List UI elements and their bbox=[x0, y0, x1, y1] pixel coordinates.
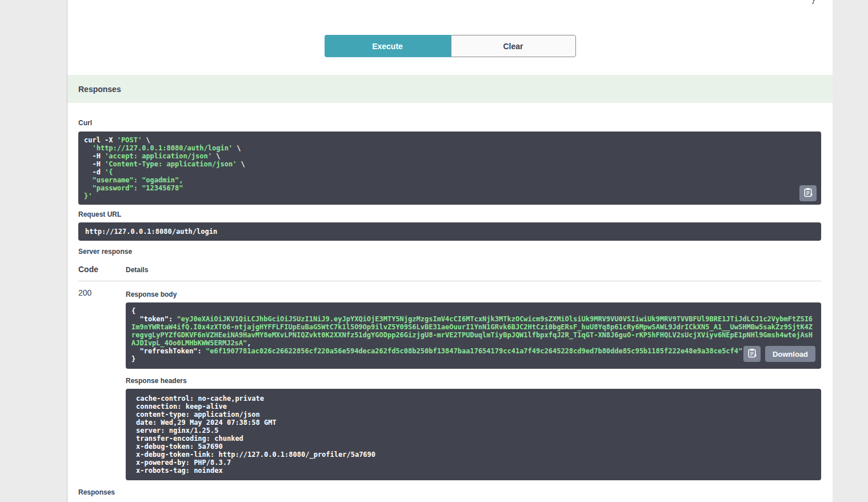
clear-button[interactable]: Clear bbox=[451, 35, 576, 57]
responses-section-title: Responses bbox=[78, 85, 121, 94]
details-column-header: Details bbox=[126, 266, 148, 274]
copy-to-clipboard-button[interactable] bbox=[743, 346, 761, 362]
server-response-row: 200 Response body { "token": "eyJ0eXAiOi… bbox=[78, 281, 821, 480]
response-body-block: { "token": "eyJ0eXAiOiJKV1QiLCJhbGciOiJS… bbox=[126, 302, 821, 369]
curl-label: Curl bbox=[78, 119, 821, 127]
copy-to-clipboard-button[interactable] bbox=[799, 185, 817, 201]
download-button[interactable]: Download bbox=[765, 346, 815, 362]
responses-section-body: Curl curl -X 'POST' \ 'http://127.0.0.1:… bbox=[67, 119, 833, 502]
status-code: 200 bbox=[78, 288, 126, 480]
responses-section-header: Responses bbox=[67, 75, 833, 103]
response-body-actions: Download bbox=[743, 346, 815, 362]
server-response-table: Code Details 200 Response body { "token"… bbox=[78, 265, 821, 480]
curl-command-block: curl -X 'POST' \ 'http://127.0.0.1:8080/… bbox=[78, 132, 821, 205]
server-response-table-header: Code Details bbox=[78, 265, 821, 281]
documented-responses-label: Responses bbox=[78, 488, 821, 496]
response-body-label: Response body bbox=[126, 290, 821, 298]
response-headers-label: Response headers bbox=[126, 377, 821, 385]
curl-actions bbox=[799, 185, 817, 201]
swagger-operation-panel: } Execute Clear Responses Curl curl -X '… bbox=[67, 0, 833, 502]
clipboard-icon bbox=[747, 348, 757, 360]
clipboard-icon bbox=[803, 188, 813, 199]
request-url-value: http://127.0.0.1:8080/auth/login bbox=[78, 222, 821, 241]
clipped-schema-brace: } bbox=[811, 0, 815, 5]
request-url-label: Request URL bbox=[78, 210, 821, 218]
response-headers-block: cache-control: no-cache,private connecti… bbox=[126, 389, 821, 480]
execute-button-group: Execute Clear bbox=[67, 0, 833, 57]
server-response-label: Server response bbox=[78, 248, 821, 256]
response-details: Response body { "token": "eyJ0eXAiOiJKV1… bbox=[126, 288, 821, 480]
code-column-header: Code bbox=[78, 265, 126, 274]
execute-button[interactable]: Execute bbox=[325, 35, 451, 57]
